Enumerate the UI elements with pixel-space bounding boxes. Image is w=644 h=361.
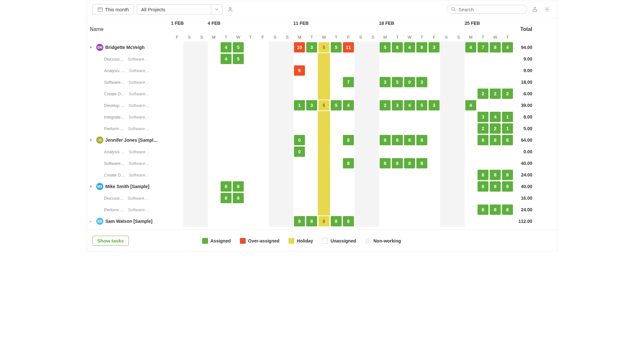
caret-down-icon[interactable]: ▾ (90, 184, 94, 189)
hours-chip[interactable]: 9 (294, 65, 305, 76)
hours-chip[interactable]: 4 (221, 54, 232, 64)
hours-chip[interactable]: 4 (502, 42, 513, 52)
person-row-name[interactable]: ▸SSSam Watson [Sample] (87, 215, 171, 227)
hours-chip[interactable]: 7 (343, 77, 354, 87)
hours-chip[interactable]: 3 (429, 42, 440, 52)
hours-chip[interactable]: 5 (392, 77, 403, 87)
task-row-name[interactable]: Create D…Software… (87, 169, 171, 181)
hours-chip[interactable]: 8 (343, 158, 354, 168)
hours-chip[interactable]: 8 (380, 158, 391, 168)
hours-chip[interactable]: 1 (502, 112, 513, 122)
hours-chip[interactable]: 4 (404, 42, 415, 52)
task-row-name[interactable]: Perform …Software… (87, 204, 171, 215)
hours-chip[interactable]: 8 (392, 135, 403, 145)
task-row-name[interactable]: Create D…Software… (87, 88, 171, 100)
hours-chip[interactable]: 8 (490, 135, 501, 145)
hours-chip[interactable]: 8 (502, 181, 513, 192)
hours-chip[interactable]: 5 (318, 100, 329, 110)
hours-chip[interactable]: 8 (221, 193, 232, 203)
hours-chip[interactable]: 4 (465, 100, 476, 110)
hours-chip[interactable]: 1 (502, 123, 513, 134)
project-filter-arrow[interactable] (211, 5, 223, 14)
task-row-name[interactable]: Analysis …Software… (87, 146, 171, 157)
person-row-name[interactable]: ▾BMBridgette McVeigh (87, 42, 171, 53)
hours-chip[interactable]: 0 (404, 77, 415, 87)
hours-chip[interactable]: 3 (416, 77, 427, 87)
hours-chip[interactable]: 5 (416, 100, 427, 110)
date-range-button[interactable]: This month (92, 4, 134, 14)
hours-chip[interactable]: 8 (490, 170, 501, 180)
export-button[interactable] (530, 5, 539, 14)
caret-right-icon[interactable]: ▸ (90, 219, 94, 223)
hours-chip[interactable]: 8 (318, 216, 329, 226)
hours-chip[interactable]: 3 (392, 100, 403, 110)
hours-chip[interactable]: 5 (331, 42, 342, 52)
hours-chip[interactable]: 8 (478, 170, 488, 180)
hours-chip[interactable]: 8 (502, 204, 513, 215)
hours-chip[interactable]: 8 (331, 216, 342, 226)
hours-chip[interactable]: 4 (221, 42, 232, 52)
hours-chip[interactable]: 8 (404, 135, 415, 145)
hours-chip[interactable]: 4 (343, 100, 354, 110)
hours-chip[interactable]: 8 (404, 158, 415, 168)
hours-chip[interactable]: 3 (429, 100, 440, 110)
hours-chip[interactable]: 8 (343, 216, 354, 226)
hours-chip[interactable]: 7 (478, 42, 488, 52)
person-row-name[interactable]: ▾MSMike Smith [Sample] (87, 181, 171, 192)
task-row-name[interactable]: Discussi…Software… (87, 53, 171, 65)
task-row-name[interactable]: Integrate…Software… (87, 111, 171, 123)
hours-chip[interactable]: 8 (490, 42, 501, 52)
hours-chip[interactable]: 2 (502, 89, 513, 99)
hours-chip[interactable]: 8 (502, 170, 513, 180)
hours-chip[interactable]: 8 (490, 181, 501, 192)
hours-chip[interactable]: 1 (294, 100, 305, 110)
hours-chip[interactable]: 8 (221, 181, 232, 192)
search-box[interactable] (447, 5, 527, 14)
hours-chip[interactable]: 8 (416, 42, 427, 52)
hours-chip[interactable]: 8 (416, 135, 427, 145)
hours-chip[interactable]: 5 (380, 42, 391, 52)
hours-chip[interactable]: 8 (490, 204, 501, 215)
hours-chip[interactable]: 8 (478, 135, 488, 145)
hours-chip[interactable]: 4 (490, 112, 501, 122)
task-row-name[interactable]: Develop …Software… (87, 100, 171, 111)
hours-chip[interactable]: 8 (392, 158, 403, 168)
hours-chip[interactable]: 8 (392, 42, 403, 52)
hours-chip[interactable]: 11 (343, 42, 354, 52)
hours-chip[interactable]: 4 (465, 42, 476, 52)
task-row-name[interactable]: Perform …Software… (87, 123, 171, 134)
hours-chip[interactable]: 2 (490, 123, 501, 134)
task-row-name[interactable]: Software…Software… (87, 157, 171, 169)
task-row-name[interactable]: Analysis …Software… (87, 65, 171, 76)
project-filter[interactable]: All Projects (137, 5, 223, 14)
settings-button[interactable] (543, 5, 552, 14)
hours-chip[interactable]: 5 (233, 54, 244, 64)
hours-chip[interactable]: 2 (490, 89, 501, 99)
hours-chip[interactable]: 2 (380, 100, 391, 110)
hours-chip[interactable]: 8 (233, 181, 244, 192)
hours-chip[interactable]: 8 (478, 181, 488, 192)
hours-chip[interactable]: 2 (478, 89, 488, 99)
search-input[interactable] (459, 7, 523, 12)
hours-chip[interactable]: 4 (404, 100, 415, 110)
hours-chip[interactable]: 5 (331, 100, 342, 110)
task-row-name[interactable]: Software…Software… (87, 76, 171, 88)
hours-chip[interactable]: 0 (294, 147, 305, 157)
hours-chip[interactable]: 3 (306, 42, 317, 52)
hours-chip[interactable]: 0 (294, 135, 305, 145)
hours-chip[interactable]: 8 (502, 135, 513, 145)
user-filter-button[interactable] (226, 5, 235, 14)
hours-chip[interactable]: 8 (380, 135, 391, 145)
hours-chip[interactable]: 10 (294, 42, 305, 52)
hours-chip[interactable]: 3 (478, 112, 488, 122)
hours-chip[interactable]: 3 (306, 100, 317, 110)
hours-chip[interactable]: 5 (233, 42, 244, 52)
hours-chip[interactable]: 8 (306, 216, 317, 226)
task-row-name[interactable]: Discussi…Software… (87, 192, 171, 204)
show-tasks-button[interactable]: Show tasks (92, 236, 129, 246)
hours-chip[interactable]: 8 (416, 158, 427, 168)
caret-down-icon[interactable]: ▾ (90, 45, 94, 50)
hours-chip[interactable]: 2 (478, 123, 488, 134)
hours-chip[interactable]: 8 (478, 204, 488, 215)
hours-chip[interactable]: 5 (318, 42, 329, 52)
